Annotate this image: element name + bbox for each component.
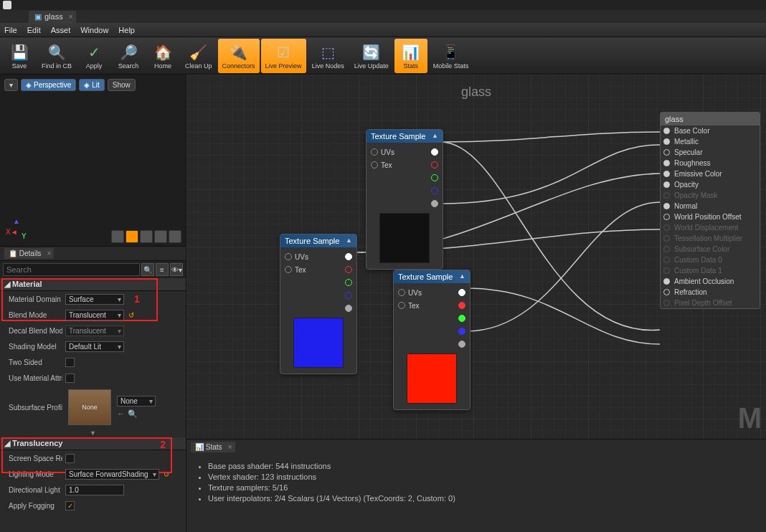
result-pin-pixel-depth-offset: Pixel Depth Offset <box>661 298 760 308</box>
perspective-button[interactable]: ◈ Perspective <box>21 79 76 91</box>
stats-line: User interpolators: 2/4 Scalars (1/4 Vec… <box>208 494 755 503</box>
result-pin-emissive-color[interactable]: Emissive Color <box>661 168 760 179</box>
menu-edit[interactable]: Edit <box>27 26 41 34</box>
menu-window[interactable]: Window <box>80 26 108 34</box>
material-result-node[interactable]: glass Base ColorMetallicSpecularRoughnes… <box>660 112 760 309</box>
shape-custom[interactable] <box>169 230 181 243</box>
filter-rows-icon[interactable]: ≡ <box>156 263 169 276</box>
output-pin-b[interactable] <box>458 328 465 335</box>
usematattr-checkbox[interactable] <box>65 374 75 383</box>
apply-button[interactable]: ✓Apply <box>77 39 110 73</box>
input-pin[interactable] <box>398 302 405 309</box>
asset-browse-icon[interactable]: 🔍 <box>128 409 138 419</box>
output-pin-a[interactable] <box>345 305 352 312</box>
texture-sample-node-3[interactable]: Texture Sample▲ UVs Tex <box>393 270 471 410</box>
result-pin-ambient-occlusion[interactable]: Ambient Occlusion <box>661 276 760 287</box>
shape-plane[interactable] <box>140 230 153 243</box>
output-pin-rgb[interactable] <box>431 148 438 156</box>
output-pin-r[interactable] <box>458 302 465 309</box>
find-button[interactable]: 🔍Find in CB <box>37 39 76 73</box>
output-pin-r[interactable] <box>431 161 438 168</box>
collapse-icon[interactable]: ▲ <box>346 237 352 245</box>
result-pin-base-color[interactable]: Base Color <box>661 125 760 136</box>
close-icon[interactable]: × <box>228 443 232 451</box>
input-pin[interactable] <box>371 161 378 168</box>
output-pin-g[interactable] <box>431 174 438 181</box>
livepreview-button[interactable]: ☑Live Preview <box>261 39 306 73</box>
cleanup-button[interactable]: 🧹Clean Up <box>181 39 217 73</box>
shading-model-dropdown[interactable]: Default Lit <box>65 341 124 352</box>
texture-sample-node-2[interactable]: Texture Sample▲ UVs Tex <box>280 234 357 374</box>
output-pin-a[interactable] <box>458 341 465 348</box>
result-pin-refraction[interactable]: Refraction <box>661 287 760 298</box>
applyfog-checkbox[interactable] <box>65 501 75 510</box>
output-pin-a[interactable] <box>431 200 438 207</box>
asset-use-icon[interactable]: ← <box>117 409 125 419</box>
subsurface-asset-dropdown[interactable]: None <box>117 396 156 407</box>
lit-button[interactable]: ◈ Lit <box>79 79 105 91</box>
result-pin-opacity[interactable]: Opacity <box>661 179 760 190</box>
livenodes-button[interactable]: ⬚Live Nodes <box>308 39 349 73</box>
menu-file[interactable]: File <box>4 26 17 34</box>
input-pin[interactable] <box>285 266 292 273</box>
lighting-mode-dropdown[interactable]: Surface ForwardShading <box>65 469 159 480</box>
menubar: File Edit Asset Window Help <box>0 23 766 37</box>
input-pin[interactable] <box>371 148 378 156</box>
mobilestats-button[interactable]: 📱Mobile Stats <box>429 39 473 73</box>
stats-button[interactable]: 📊Stats <box>394 39 427 73</box>
input-pin[interactable] <box>398 289 405 296</box>
ssr-checkbox[interactable] <box>65 454 75 463</box>
connectors-button[interactable]: 🔌Connectors <box>218 39 260 73</box>
menu-help[interactable]: Help <box>118 26 135 34</box>
output-pin-g[interactable] <box>345 279 352 286</box>
output-pin-rgb[interactable] <box>458 289 465 296</box>
menu-asset[interactable]: Asset <box>51 26 71 34</box>
close-icon[interactable]: × <box>47 250 52 257</box>
right-panel: glass M Texture Sample▲ UVs Tex <box>186 75 766 532</box>
prop-label: Decal Blend Mode <box>9 327 62 335</box>
shape-sphere[interactable] <box>126 230 138 243</box>
section-material[interactable]: ◢ Material <box>0 278 186 291</box>
texture-sample-node-1[interactable]: Texture Sample▲ UVs Tex <box>366 129 443 270</box>
collapse-icon[interactable]: ▲ <box>459 272 465 281</box>
input-pin[interactable] <box>285 253 292 260</box>
home-button[interactable]: 🏠Home <box>146 39 179 73</box>
material-graph[interactable]: glass M Texture Sample▲ UVs Tex <box>186 75 766 439</box>
subsurface-thumb[interactable]: None <box>68 389 111 425</box>
save-button[interactable]: 💾Save <box>3 39 36 73</box>
tab-details[interactable]: 📋 Details× <box>4 248 54 259</box>
result-pin-specular[interactable]: Specular <box>661 147 760 158</box>
output-pin-g[interactable] <box>458 315 465 322</box>
result-pin-normal[interactable]: Normal <box>661 201 760 212</box>
blend-mode-dropdown[interactable]: Translucent <box>65 310 124 320</box>
eye-icon[interactable]: 👁▾ <box>170 263 183 276</box>
reset-icon[interactable]: ↺ <box>128 311 134 319</box>
reset-icon[interactable]: ↺ <box>164 470 169 478</box>
section-translucency[interactable]: ◢ Translucency 2 <box>0 437 186 450</box>
shape-cube[interactable] <box>154 230 167 243</box>
tab-stats[interactable]: 📊 Stats× <box>191 442 235 452</box>
material-domain-dropdown[interactable]: Surface <box>65 294 124 305</box>
search-input[interactable] <box>3 263 140 276</box>
search-button[interactable]: 🔎Search <box>112 39 145 73</box>
tab-close-icon[interactable]: × <box>69 13 73 21</box>
result-pin-world-position-offset[interactable]: World Position Offset <box>661 212 760 222</box>
viewport-menu[interactable]: ▾ <box>4 79 18 91</box>
tab-glass[interactable]: ▣ glass × <box>29 11 76 23</box>
result-pin-roughness[interactable]: Roughness <box>661 158 760 168</box>
shape-cylinder[interactable] <box>111 230 124 243</box>
search-icon[interactable]: 🔍 <box>141 263 154 276</box>
result-pin-metallic[interactable]: Metallic <box>661 136 760 147</box>
output-pin-rgb[interactable] <box>345 253 352 260</box>
output-pin-b[interactable] <box>431 187 438 194</box>
output-pin-b[interactable] <box>345 292 352 299</box>
expand-icon[interactable]: ▼ <box>0 429 186 437</box>
dirlight-input[interactable]: 1.0 <box>65 485 124 495</box>
decal-blend-dropdown[interactable]: Translucent <box>65 326 124 336</box>
output-pin-r[interactable] <box>345 266 352 273</box>
preview-viewport[interactable]: ▾ ◈ Perspective ◈ Lit Show ▲X◄Y <box>0 75 186 247</box>
show-button[interactable]: Show <box>108 79 136 91</box>
twosided-checkbox[interactable] <box>65 358 75 367</box>
collapse-icon[interactable]: ▲ <box>432 132 438 141</box>
liveupdate-button[interactable]: 🔄Live Update <box>350 39 393 73</box>
